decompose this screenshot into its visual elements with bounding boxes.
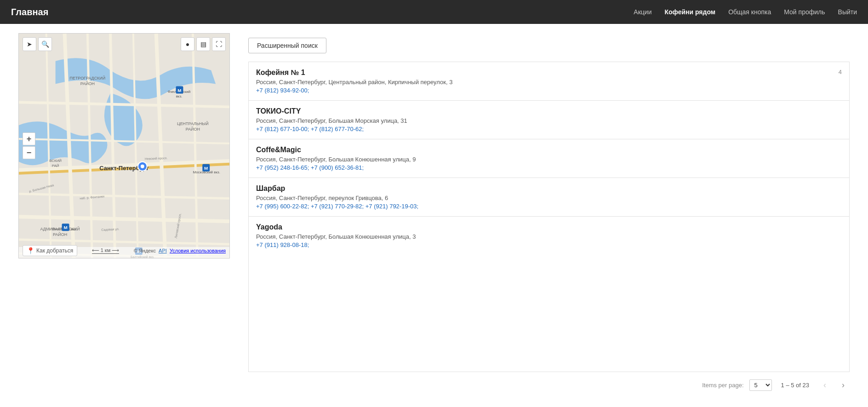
svg-text:ПЕТРОГРАДСКИЙ: ПЕТРОГРАДСКИЙ [69,75,105,80]
coffee-address: Россия, Санкт-Петербург, переулок Гривцо… [256,195,842,201]
map-how-to-label: Как добраться [36,247,73,254]
svg-text:M: M [63,225,67,230]
coffee-phone: +7 (995) 600-22-82; +7 (921) 770-29-82; … [256,203,842,210]
map-svg: Санкт-Петербург ПЕТРОГРАДСКИЙ РАЙОН ВСКИ… [19,34,229,258]
coffee-address: Россия, Санкт-Петербург, Большая Конюшен… [256,156,842,163]
map-traffic-btn[interactable]: ● [181,37,194,51]
map-zoom-in-btn[interactable]: + [23,132,35,145]
coffee-item-2[interactable]: Coffe&Magic Россия, Санкт-Петербург, Бол… [249,139,849,178]
svg-text:РАЙОН: РАЙОН [53,232,67,237]
items-per-page-label: Items per page: [702,382,743,389]
coffee-address: Россия, Санкт-Петербург, Большая Морская… [256,117,842,124]
coffee-phone: +7 (812) 677-10-00; +7 (812) 677-70-62; [256,126,842,132]
coffee-name: Coffe&Magic [256,146,842,154]
coffee-name: Yagoda [256,223,842,231]
map-footer: 📍 Как добраться ⟵ 1 км ⟶ © Яндекс API Ус… [19,243,229,258]
pagination: Items per page: 5 10 25 1 – 5 of 23 ‹ › [248,372,850,398]
coffee-phone: +7 (952) 248-16-65; +7 (900) 652-36-81; [256,164,842,171]
map-zoom-out-btn[interactable]: − [23,146,35,159]
coffee-phone: +7 (911) 928-08-18; [256,241,842,248]
svg-text:ЦЕНТРАЛЬНЫЙ: ЦЕНТРАЛЬНЫЙ [177,121,209,126]
svg-point-36 [141,165,144,168]
svg-text:РАЙ: РАЙ [52,164,59,168]
map-top-controls: ➤ 🔍 [23,37,52,51]
map-container: Санкт-Петербург ПЕТРОГРАДСКИЙ РАЙОН ВСКИ… [18,33,230,258]
map-copyright-text: © Яндекс [134,248,156,253]
items-per-page-wrapper: 5 10 25 [749,379,772,391]
coffee-name: ТОКИО-CITY [256,107,842,115]
advanced-search-button[interactable]: Расширенный поиск [248,38,326,53]
svg-text:РАЙОН: РАЙОН [186,126,200,132]
pagination-prev-btn[interactable]: ‹ [818,378,831,391]
svg-text:вкз.: вкз. [176,94,183,98]
map-layers-btn[interactable]: ▤ [196,37,210,51]
coffee-address: Россия, Санкт-Петербург, Большая Конюшен… [256,233,842,240]
main-content: Санкт-Петербург ПЕТРОГРАДСКИЙ РАЙОН ВСКИ… [0,24,868,407]
map-pin-icon: 📍 [27,247,34,254]
coffee-item-3[interactable]: Шарбар Россия, Санкт-Петербург, переулок… [249,178,849,217]
coffee-phone: +7 (812) 934-92-00; [256,87,842,94]
map-search-btn[interactable]: 🔍 [38,37,52,51]
coffee-item-1[interactable]: ТОКИО-CITY Россия, Санкт-Петербург, Боль… [249,101,849,139]
right-panel: Расширенный поиск 4 Кофейня № 1 Россия, … [248,33,850,398]
coffee-item-4[interactable]: Yagoda Россия, Санкт-Петербург, Большая … [249,217,849,255]
map-navigate-btn[interactable]: ➤ [23,37,36,51]
svg-text:ВСКИЙ: ВСКИЙ [49,159,62,163]
map-section: Санкт-Петербург ПЕТРОГРАДСКИЙ РАЙОН ВСКИ… [18,33,230,398]
map-top-right-controls: ● ▤ ⛶ [181,37,226,51]
map-copyright-area: © Яндекс API Условия использования [134,248,226,253]
nav-item-obshaya[interactable]: Общая кнопка [728,8,771,16]
coffee-shop-list: 4 Кофейня № 1 Россия, Санкт-Петербург, Ц… [248,62,850,372]
coffee-address: Россия, Санкт-Петербург, Центральный рай… [256,79,842,86]
nav-item-profile[interactable]: Мой профиль [784,8,825,16]
nav-item-kofeiny[interactable]: Кофейни рядом [664,8,715,16]
pagination-info: 1 – 5 of 23 [781,382,809,389]
svg-text:РАЙОН: РАЙОН [80,81,95,86]
map-api-link[interactable]: API [159,248,167,253]
main-nav: Акции Кофейни рядом Общая кнопка Мой про… [634,8,857,16]
nav-item-akcii[interactable]: Акции [634,8,651,16]
svg-text:M: M [177,88,181,93]
items-per-page-select[interactable]: 5 10 25 [749,379,772,391]
nav-item-logout[interactable]: Выйти [838,8,857,16]
map-terms-link[interactable]: Условия использования [170,248,226,253]
coffee-item-0[interactable]: 4 Кофейня № 1 Россия, Санкт-Петербург, Ц… [249,62,849,101]
coffee-badge: 4 [839,69,842,75]
coffee-name: Кофейня № 1 [256,69,842,77]
site-title: Главная [11,7,48,17]
svg-text:M: M [204,166,208,171]
pagination-next-btn[interactable]: › [837,378,850,391]
map-how-to-btn[interactable]: 📍 Как добраться [23,245,77,256]
map-scale-indicator: ⟵ 1 км ⟶ [92,247,120,254]
header: Главная Акции Кофейни рядом Общая кнопка… [0,0,868,24]
map-zoom-controls: + − [23,132,35,159]
coffee-name: Шарбар [256,184,842,193]
map-fullscreen-btn[interactable]: ⛶ [212,37,226,51]
